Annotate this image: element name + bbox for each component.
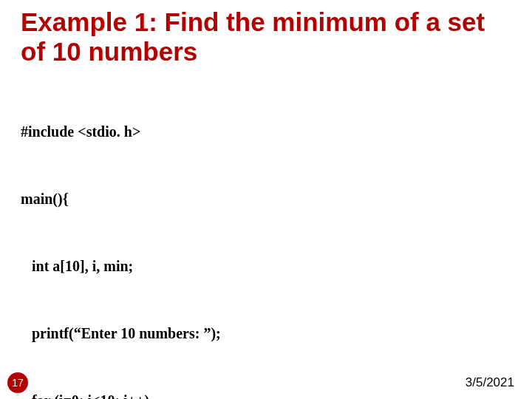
page-number: 17 (12, 377, 24, 389)
page-number-badge: 17 (7, 372, 28, 393)
date-label: 3/5/2021 (466, 375, 514, 390)
slide-title: Example 1: Find the minimum of a set of … (21, 7, 516, 67)
slide: Example 1: Find the minimum of a set of … (0, 0, 532, 399)
code-line: for (i=0; i<10; i++) (21, 389, 508, 399)
code-line: #include <stdio. h> (21, 120, 508, 143)
code-line: int a[10], i, min; (21, 255, 508, 277)
code-line: main(){ (21, 188, 508, 210)
code-line: printf(“Enter 10 numbers: ”); (21, 322, 508, 344)
code-block: #include <stdio. h> main(){ int a[10], i… (21, 75, 508, 399)
